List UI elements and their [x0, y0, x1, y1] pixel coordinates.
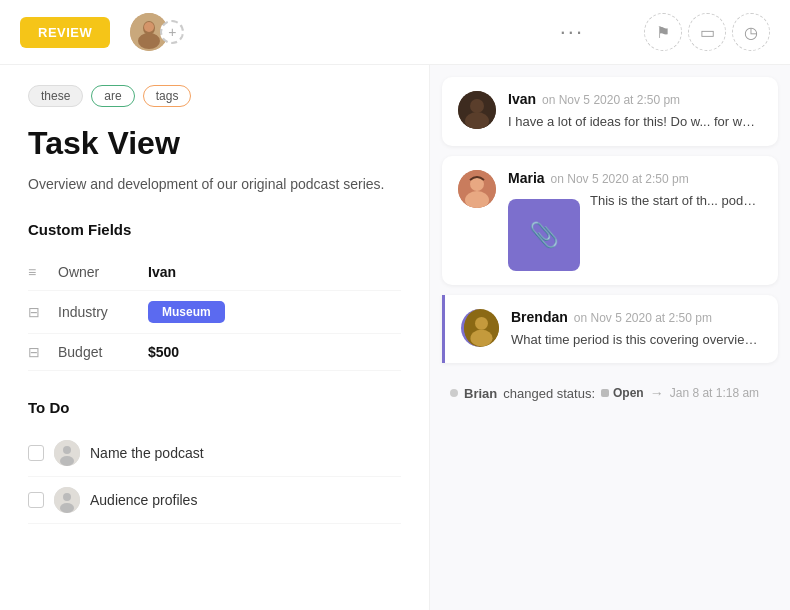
svg-point-3 [144, 22, 154, 32]
calendar-icon[interactable]: ▭ [688, 13, 726, 51]
header-action-icons: ⚑ ▭ ◷ [644, 13, 770, 51]
todo-avatar-1 [54, 440, 80, 466]
comment-author-maria: Maria [508, 170, 545, 186]
todo-text-1: Name the podcast [90, 445, 204, 461]
field-owner: ≡ Owner Ivan [28, 254, 401, 291]
status-from: Open [601, 386, 644, 400]
avatar-group: + [130, 13, 184, 51]
comment-text-ivan: I have a lot of ideas for this! Do w... … [508, 112, 762, 132]
owner-label: Owner [58, 264, 148, 280]
flag-icon[interactable]: ⚑ [644, 13, 682, 51]
status-dot [450, 389, 458, 397]
clock-icon[interactable]: ◷ [732, 13, 770, 51]
avatar-maria [458, 170, 496, 208]
custom-fields-title: Custom Fields [28, 221, 401, 238]
todo-item-2: Audience profiles [28, 477, 401, 524]
right-panel: Ivan on Nov 5 2020 at 2:50 pm I have a l… [430, 65, 790, 610]
comment-text-brendan: What time period is this covering overvi… [511, 330, 762, 350]
budget-icon: ⊟ [28, 344, 48, 360]
comment-time-brendan: on Nov 5 2020 at 2:50 pm [574, 311, 712, 325]
industry-icon: ⊟ [28, 304, 48, 320]
todo-item: Name the podcast [28, 430, 401, 477]
svg-point-17 [475, 316, 488, 329]
avatar-brendan [461, 309, 499, 347]
tags-row: these are tags [28, 85, 401, 107]
status-change-author: Brian [464, 386, 497, 401]
comment-header-maria: Maria on Nov 5 2020 at 2:50 pm [508, 170, 762, 186]
industry-value[interactable]: Museum [148, 301, 225, 323]
comment-maria: Maria on Nov 5 2020 at 2:50 pm 📎 This is… [442, 156, 778, 285]
comment-ivan: Ivan on Nov 5 2020 at 2:50 pm I have a l… [442, 77, 778, 146]
custom-fields-section: Custom Fields ≡ Owner Ivan ⊟ Industry Mu… [28, 221, 401, 371]
owner-value[interactable]: Ivan [148, 264, 176, 280]
comment-header-brendan: Brendan on Nov 5 2020 at 2:50 pm [511, 309, 762, 325]
svg-point-8 [63, 493, 71, 501]
field-budget: ⊟ Budget $500 [28, 334, 401, 371]
svg-point-5 [63, 446, 71, 454]
todo-title: To Do [28, 399, 401, 416]
header: REVIEW + ··· ⚑ ▭ ◷ [0, 0, 790, 65]
comment-with-attachment: 📎 This is the start of th... podcast, le… [508, 191, 762, 271]
svg-point-9 [60, 503, 74, 513]
review-button[interactable]: REVIEW [20, 17, 110, 48]
tag-these[interactable]: these [28, 85, 83, 107]
budget-value[interactable]: $500 [148, 344, 179, 360]
status-arrow: → [650, 385, 664, 401]
comment-author-ivan: Ivan [508, 91, 536, 107]
industry-label: Industry [58, 304, 148, 320]
svg-point-11 [470, 99, 484, 113]
svg-point-6 [60, 456, 74, 466]
comment-time-ivan: on Nov 5 2020 at 2:50 pm [542, 93, 680, 107]
attachment-icon: 📎 [529, 221, 559, 249]
budget-label: Budget [58, 344, 148, 360]
page-description: Overview and development of our original… [28, 174, 401, 195]
comment-body-maria: Maria on Nov 5 2020 at 2:50 pm 📎 This is… [508, 170, 762, 271]
svg-point-18 [470, 329, 492, 346]
left-panel: these are tags Task View Overview and de… [0, 65, 430, 610]
status-change-row: Brian changed status: Open → Jan 8 at 1:… [430, 373, 790, 413]
comment-author-brendan: Brendan [511, 309, 568, 325]
comment-time-maria: on Nov 5 2020 at 2:50 pm [551, 172, 689, 186]
todo-section: To Do Name the podcast [28, 399, 401, 524]
status-time: Jan 8 at 1:18 am [670, 386, 759, 400]
todo-checkbox-1[interactable] [28, 445, 44, 461]
add-member-button[interactable]: + [160, 20, 184, 44]
page-title: Task View [28, 125, 401, 162]
tag-are[interactable]: are [91, 85, 134, 107]
comment-brendan: Brendan on Nov 5 2020 at 2:50 pm What ti… [442, 295, 778, 364]
comment-header-ivan: Ivan on Nov 5 2020 at 2:50 pm [508, 91, 762, 107]
avatar-ivan [458, 91, 496, 129]
attachment-thumbnail[interactable]: 📎 [508, 199, 580, 271]
svg-point-2 [138, 33, 160, 49]
todo-checkbox-2[interactable] [28, 492, 44, 508]
todo-text-2: Audience profiles [90, 492, 197, 508]
more-options-button[interactable]: ··· [560, 19, 584, 45]
comment-text-maria: This is the start of th... podcast, let … [590, 191, 762, 211]
comment-body-brendan: Brendan on Nov 5 2020 at 2:50 pm What ti… [511, 309, 762, 350]
main-content: these are tags Task View Overview and de… [0, 65, 790, 610]
owner-icon: ≡ [28, 264, 48, 280]
status-change-action: changed status: [503, 386, 595, 401]
field-industry: ⊟ Industry Museum [28, 291, 401, 334]
tag-tags[interactable]: tags [143, 85, 192, 107]
comment-body-ivan: Ivan on Nov 5 2020 at 2:50 pm I have a l… [508, 91, 762, 132]
todo-avatar-2 [54, 487, 80, 513]
